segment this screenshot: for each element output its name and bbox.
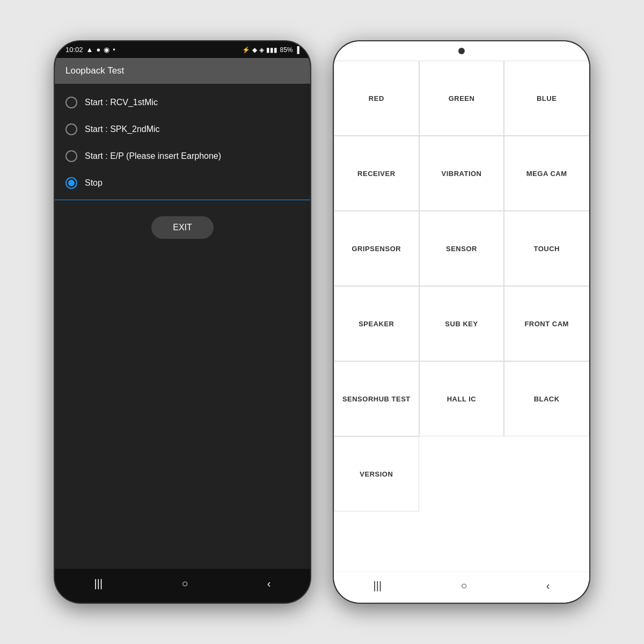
grid-cell-mega-cam[interactable]: MEGA CAM — [504, 136, 589, 211]
back-icon[interactable]: ‹ — [267, 577, 271, 590]
bottom-nav-right: ||| ○ ‹ — [334, 572, 589, 603]
radio-label-spk: Start : SPK_2ndMic — [85, 125, 160, 134]
back-icon-right[interactable]: ‹ — [546, 580, 550, 592]
radio-option-stop[interactable]: Stop — [55, 170, 310, 196]
home-icon-right[interactable]: ○ — [460, 580, 467, 592]
radio-circle-rcv[interactable] — [65, 97, 77, 108]
screen-icon: ◉ — [104, 46, 109, 54]
bluetooth-icon: ⚡ — [242, 46, 250, 54]
radio-label-rcv: Start : RCV_1stMic — [85, 98, 158, 107]
test-grid: RED GREEN BLUE RECEIVER VIBRATION MEGA C… — [334, 61, 589, 511]
grid-cell-green[interactable]: GREEN — [419, 61, 504, 136]
grid-cell-touch[interactable]: TOUCH — [504, 211, 589, 286]
app-header: Loopback Test — [55, 58, 310, 84]
grid-cell-black[interactable]: BLACK — [504, 361, 589, 436]
grid-cell-red[interactable]: RED — [334, 61, 419, 136]
left-phone: 10:02 ▲ ● ◉ • ⚡ ◆ ◈ ▮▮▮ 85% ▐ Loopback T… — [54, 40, 311, 604]
grid-cell-sensorhub[interactable]: SENSORHUB TEST — [334, 361, 419, 436]
app-title: Loopback Test — [65, 65, 124, 76]
radio-circle-ep[interactable] — [65, 150, 77, 162]
recent-apps-icon-right[interactable]: ||| — [374, 580, 382, 592]
grid-cell-gripsensor[interactable]: GRIPSENSOR — [334, 211, 419, 286]
recent-apps-icon[interactable]: ||| — [94, 577, 103, 590]
right-phone-screen: RED GREEN BLUE RECEIVER VIBRATION MEGA C… — [334, 41, 589, 603]
grid-cell-sensor[interactable]: SENSOR — [419, 211, 504, 286]
radio-label-ep: Start : E/P (Please insert Earphone) — [85, 151, 221, 161]
home-icon[interactable]: ○ — [181, 577, 188, 590]
dot-indicator: • — [113, 46, 115, 54]
grid-cell-receiver[interactable]: RECEIVER — [334, 136, 419, 211]
battery-icon: ▐ — [295, 46, 299, 54]
status-bar: 10:02 ▲ ● ◉ • ⚡ ◆ ◈ ▮▮▮ 85% ▐ — [55, 41, 310, 58]
wifi-icon: ◈ — [259, 46, 264, 54]
grid-cell-blue[interactable]: BLUE — [504, 61, 589, 136]
exit-btn-container: EXIT — [55, 216, 310, 239]
status-bar-right: ⚡ ◆ ◈ ▮▮▮ 85% ▐ — [242, 46, 299, 54]
divider — [55, 200, 310, 200]
notch-area — [334, 41, 589, 61]
left-phone-screen: 10:02 ▲ ● ◉ • ⚡ ◆ ◈ ▮▮▮ 85% ▐ Loopback T… — [55, 41, 310, 603]
radio-circle-stop[interactable] — [65, 177, 77, 189]
radio-label-stop: Stop — [85, 178, 103, 188]
notification-icon: ▲ — [86, 46, 93, 54]
grid-cell-sub-key[interactable]: SUB KEY — [419, 286, 504, 361]
bottom-nav-left: ||| ○ ‹ — [55, 569, 310, 603]
grid-container: RED GREEN BLUE RECEIVER VIBRATION MEGA C… — [334, 61, 589, 572]
grid-cell-version[interactable]: VERSION — [334, 436, 419, 511]
status-bar-left: 10:02 ▲ ● ◉ • — [65, 46, 115, 54]
battery-display: 85% — [280, 46, 292, 54]
grid-cell-hall-ic[interactable]: HALL IC — [419, 361, 504, 436]
location-icon: ● — [96, 46, 100, 54]
grid-cell-vibration[interactable]: VIBRATION — [419, 136, 504, 211]
radio-option-rcv[interactable]: Start : RCV_1stMic — [55, 89, 310, 116]
location-icon2: ◆ — [252, 46, 257, 54]
grid-cell-speaker[interactable]: SPEAKER — [334, 286, 419, 361]
exit-button[interactable]: EXIT — [151, 216, 214, 239]
radio-option-spk[interactable]: Start : SPK_2ndMic — [55, 116, 310, 143]
time-display: 10:02 — [65, 46, 83, 54]
front-camera — [458, 48, 465, 54]
app-content: Start : RCV_1stMic Start : SPK_2ndMic St… — [55, 84, 310, 569]
right-phone: RED GREEN BLUE RECEIVER VIBRATION MEGA C… — [333, 40, 590, 604]
signal-icon: ▮▮▮ — [266, 46, 277, 54]
radio-option-ep[interactable]: Start : E/P (Please insert Earphone) — [55, 143, 310, 170]
grid-cell-front-cam[interactable]: FRONT CAM — [504, 286, 589, 361]
radio-circle-spk[interactable] — [65, 123, 77, 135]
